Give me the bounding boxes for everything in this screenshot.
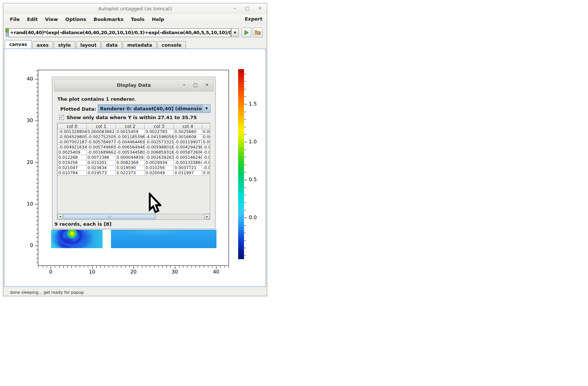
table-cell[interactable]: -0.001199077...: [174, 140, 202, 145]
table-cell[interactable]: -0.005749665...: [87, 145, 116, 150]
x-tick-label: 20: [127, 269, 140, 275]
colorbar-tick: [244, 187, 246, 188]
x-tick: [200, 266, 200, 268]
table-cell[interactable]: 0.0016608: [174, 135, 202, 140]
y-tick: [36, 137, 38, 138]
table-cell[interactable]: 0.00: [202, 129, 211, 135]
table-cell[interactable]: 0.022373: [116, 171, 145, 176]
tab-axes[interactable]: axes: [32, 41, 53, 49]
y-tick-label: 40: [23, 76, 33, 82]
table-cell[interactable]: 0.020049: [145, 171, 174, 176]
dialog-maximize-icon[interactable]: □: [193, 82, 198, 88]
tab-style[interactable]: style: [54, 41, 75, 49]
column-header[interactable]: col 3: [145, 124, 174, 129]
table-cell[interactable]: 0.0037721: [174, 165, 202, 171]
table-cell[interactable]: 0.019573: [87, 171, 116, 176]
colorbar-tick: [244, 150, 246, 150]
table-cell[interactable]: -0.004529800...: [58, 135, 87, 140]
tab-data[interactable]: data: [101, 41, 122, 49]
table-cell[interactable]: 0.0029934: [145, 160, 174, 165]
table-cell[interactable]: -4.041598058...: [145, 135, 174, 140]
renderer-select[interactable]: Renderer 0: dataset[40,40] (dimension...…: [98, 104, 211, 113]
table-cell[interactable]: -0.002639263...: [145, 155, 174, 160]
colorbar[interactable]: [238, 69, 244, 259]
x-tick-label: 0: [44, 269, 57, 275]
table-cell[interactable]: 0.00: [202, 140, 211, 145]
column-header[interactable]: col 2: [116, 124, 145, 129]
table-cell[interactable]: 0.00: [202, 135, 211, 140]
tab-console[interactable]: console: [157, 41, 186, 49]
table-cell[interactable]: -0.001185396...: [116, 135, 145, 140]
colorbar-tick: [244, 225, 246, 226]
table-cell[interactable]: 0.023634: [87, 165, 116, 171]
table-cell[interactable]: 0.010784: [58, 171, 87, 176]
y-tick: [36, 125, 38, 125]
tab-metadata[interactable]: metadata: [123, 41, 157, 49]
table-cell[interactable]: -0.005872606...: [174, 150, 202, 155]
heatmap-visible-left[interactable]: [51, 230, 103, 248]
table-cell[interactable]: 0.019256: [58, 160, 87, 165]
table-cell[interactable]: -0.001333864...: [174, 160, 202, 165]
colorbar-tick-label: 1.0: [249, 139, 257, 144]
table-cell[interactable]: 0.000083662: [87, 129, 116, 135]
tab-layout[interactable]: layout: [76, 41, 101, 49]
table-cell[interactable]: -0.004294298...: [174, 145, 202, 150]
table-cell[interactable]: -0.0: [202, 155, 211, 160]
column-header[interactable]: [202, 124, 211, 129]
table-cell[interactable]: -0.002573321...: [145, 140, 174, 145]
table-cell[interactable]: 0.0082369: [116, 160, 145, 165]
table-cell[interactable]: 0.00: [202, 171, 211, 176]
filter-checkbox[interactable]: ✓: [59, 115, 64, 120]
x-tick: [63, 266, 64, 268]
table-cell[interactable]: 0.015201: [87, 160, 116, 165]
table-cell[interactable]: -0.006859316...: [145, 150, 174, 155]
table-cell[interactable]: -0.002752505...: [87, 135, 116, 140]
horizontal-scrollbar[interactable]: ◄ ►: [57, 214, 210, 219]
scrollbar-thumb[interactable]: [63, 214, 156, 219]
scroll-left-icon[interactable]: ◄: [57, 214, 63, 219]
x-tick-label: 10: [86, 269, 99, 275]
table-cell[interactable]: -0.004464469...: [116, 140, 145, 145]
table-cell[interactable]: 0.0025409: [58, 150, 87, 155]
table-cell[interactable]: 0.0025660: [174, 129, 202, 135]
heatmap-visible-right[interactable]: [111, 230, 216, 248]
colorbar-tick: [244, 157, 246, 157]
column-header[interactable]: col 1: [87, 124, 116, 129]
dialog-close-icon[interactable]: ✕: [204, 82, 209, 88]
table-cell[interactable]: 0.0022783: [145, 129, 174, 135]
table-cell[interactable]: 0.0072386: [87, 155, 116, 160]
dialog-minimize-icon[interactable]: –: [182, 82, 187, 88]
table-cell[interactable]: 0.011997: [174, 171, 202, 176]
scroll-right-icon[interactable]: ►: [204, 214, 210, 219]
table-cell[interactable]: -0.0: [202, 145, 211, 150]
column-header[interactable]: col 0: [58, 124, 87, 129]
dialog-titlebar[interactable]: Display Data – □ ✕: [54, 79, 214, 92]
table-cell[interactable]: -0.001328804...: [58, 129, 87, 135]
x-tick: [212, 266, 212, 268]
table-cell[interactable]: 0.0015459: [116, 129, 145, 135]
table-cell[interactable]: -0.006564946...: [116, 145, 145, 150]
table-cell[interactable]: -0.0: [202, 150, 211, 155]
table-cell[interactable]: -0.004921634...: [58, 145, 87, 150]
table-cell[interactable]: -0.007002187...: [58, 140, 87, 145]
table-cell[interactable]: 0.012268: [58, 155, 87, 160]
tab-canvas[interactable]: canvas: [5, 40, 32, 49]
x-tick: [96, 266, 97, 268]
combo-chevron-down-icon[interactable]: ▼: [202, 105, 210, 112]
table-cell[interactable]: 0.010256: [145, 165, 174, 171]
table-cell[interactable]: -0.005988016...: [145, 145, 174, 150]
x-tick: [187, 266, 187, 268]
column-header[interactable]: col 4: [174, 124, 202, 129]
x-tick: [196, 266, 196, 268]
x-tick: [88, 266, 88, 268]
table-cell[interactable]: 0.021047: [58, 165, 87, 171]
table-cell[interactable]: -0.005344580...: [116, 150, 145, 155]
table-cell[interactable]: -0.0: [202, 160, 211, 165]
table-cell[interactable]: -0.005146240...: [174, 155, 202, 160]
table-cell[interactable]: 0.019590: [116, 165, 145, 171]
table-cell[interactable]: 0.000044839: [116, 155, 145, 160]
table-cell[interactable]: -0.005784977...: [87, 140, 116, 145]
table-cell[interactable]: -0.0: [202, 165, 211, 171]
table-row: -0.004921634...-0.005749665...-0.0065649…: [58, 145, 211, 150]
table-cell[interactable]: -0.001689662...: [87, 150, 116, 155]
